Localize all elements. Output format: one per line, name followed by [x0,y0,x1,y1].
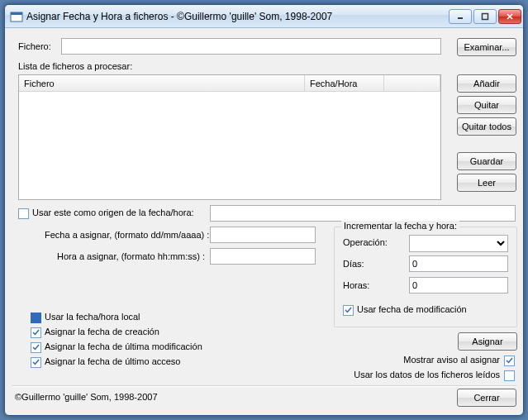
use-source-input[interactable] [210,205,516,222]
read-button[interactable]: Leer [457,174,516,192]
increment-group: Incrementar la fecha y hora: Operación: … [334,227,517,327]
titlebar[interactable]: Asignar Fecha y Hora a ficheros - ©Guill… [5,5,523,28]
fecha-label: Fecha a asignar, (formato dd/mm/aaaa) : [45,230,209,240]
use-local-checkbox[interactable] [31,313,41,323]
list-title: Lista de ficheros a procesar: [18,61,132,71]
assign-access-label: Asignar la fecha de último acceso [45,356,180,366]
operacion-label: Operación: [343,237,388,247]
use-local-label: Usar la fecha/hora local [45,312,140,322]
fichero-input[interactable] [61,38,441,55]
list-header: Fichero Fecha/Hora [19,75,440,92]
horas-label: Horas: [343,280,369,290]
increment-title: Incrementar la fecha y hora: [341,221,459,231]
assign-creation-checkbox[interactable] [31,327,41,338]
use-read-data-label: Usar los datos de los ficheros leídos [354,370,500,379]
dias-label: Días: [343,259,364,269]
remove-all-button[interactable]: Quitar todos [457,117,516,136]
file-list[interactable]: Fichero Fecha/Hora [18,74,441,200]
window: Asignar Fecha y Hora a ficheros - ©Guill… [4,4,524,416]
save-button[interactable]: Guardar [457,152,516,170]
examinar-button[interactable]: Examinar... [457,38,516,56]
use-mod-checkbox[interactable] [343,305,354,316]
add-button[interactable]: Añadir [457,74,516,93]
cerrar-button[interactable]: Cerrar [457,389,516,407]
svg-rect-1 [11,12,22,15]
fecha-input[interactable] [210,227,316,243]
assign-creation-label: Asignar la fecha de creación [45,327,159,336]
use-source-label: Usar este como origen de la fecha/hora: [32,208,194,217]
app-icon [10,10,23,23]
col-file[interactable]: Fichero [19,75,305,91]
window-buttons [449,9,521,24]
maximize-button[interactable] [473,9,497,24]
show-notice-label: Mostrar aviso al asignar [403,355,500,365]
operacion-select[interactable] [409,235,508,252]
col-datetime[interactable]: Fecha/Hora [305,75,384,91]
assign-access-checkbox[interactable] [31,357,41,368]
dias-input[interactable] [409,255,508,272]
col-blank[interactable] [384,75,440,91]
asignar-button[interactable]: Asignar [458,332,517,351]
use-mod-label: Usar fecha de modificación [357,304,467,314]
close-button[interactable] [498,9,521,24]
svg-rect-3 [483,13,488,19]
minimize-button[interactable] [449,9,472,24]
show-notice-checkbox[interactable] [504,356,515,366]
assign-mod-label: Asignar la fecha de última modificación [45,341,202,351]
remove-button[interactable]: Quitar [457,96,516,114]
hora-label: Hora a asignar, (formato hh:mm:ss) : [57,251,205,261]
separator [12,385,516,387]
hora-input[interactable] [210,248,316,265]
window-title: Asignar Fecha y Hora a ficheros - ©Guill… [26,11,449,22]
fichero-label: Fichero: [18,41,51,51]
horas-input[interactable] [409,277,508,294]
footer-text: ©Guillermo 'guille' Som, 1998-2007 [15,392,158,402]
use-source-checkbox[interactable] [18,208,29,219]
client-area: Fichero: Examinar... Lista de ficheros a… [12,31,516,408]
assign-mod-checkbox[interactable] [31,342,41,353]
use-read-data-checkbox[interactable] [504,370,515,381]
